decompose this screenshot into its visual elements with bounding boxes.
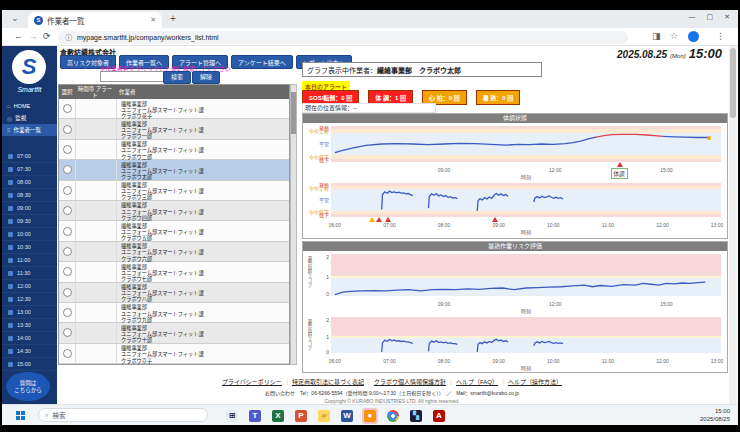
table-row[interactable]: 繊維事業部ユニフォーム部スマートフィット課クラボウ八郎 bbox=[59, 283, 289, 303]
sidebar-timeslot[interactable]: 09:00 bbox=[2, 202, 57, 215]
new-tab-button[interactable]: + bbox=[170, 13, 176, 24]
sidebar-item[interactable]: ⌂HOME bbox=[2, 100, 57, 112]
sidebar-timeslot[interactable]: 12:30 bbox=[2, 293, 57, 306]
bookmark-star-icon[interactable]: ☆ bbox=[670, 31, 678, 41]
sidebar-timeslot[interactable]: 12:00 bbox=[2, 280, 57, 293]
icon-tile: P bbox=[295, 410, 307, 422]
sidebar-timeslot[interactable]: 10:30 bbox=[2, 241, 57, 254]
page-scrollbar-thumb[interactable] bbox=[730, 48, 736, 118]
sidebar-timeslot[interactable]: 07:00 bbox=[2, 150, 57, 163]
table-row[interactable]: 繊維事業部ユニフォーム部スマートフィット課クラボウ七郎 bbox=[59, 262, 289, 282]
address-bar[interactable]: ⓘ mypage.smartfit.jp/company/workers_lis… bbox=[58, 31, 628, 44]
table-row[interactable]: 繊維事業部ユニフォーム部スマートフィット課クラボウ一郎 bbox=[59, 119, 289, 139]
profile-avatar[interactable] bbox=[688, 31, 699, 42]
table-row[interactable]: 繊維事業部ユニフォーム部スマートフィット課クラボウ九郎 bbox=[59, 303, 289, 323]
sidebar-timeslot[interactable]: 14:30 bbox=[2, 345, 57, 358]
footer-links: プライバシーポリシー｜特定商取引法に基づく表記｜クラボウ個人情報保護方針｜ヘルプ… bbox=[57, 377, 727, 386]
radio-cell[interactable] bbox=[59, 283, 75, 302]
file-explorer-icon[interactable]: ▰ bbox=[316, 408, 332, 424]
acrobat-icon[interactable]: A bbox=[431, 408, 447, 424]
tab-search-chevron-icon[interactable]: ⌄ bbox=[11, 13, 19, 23]
sidebar-timeslot[interactable]: 14:00 bbox=[2, 332, 57, 345]
footer-link[interactable]: ヘルプ（FAQ） bbox=[456, 379, 498, 385]
footer-link[interactable]: 特定商取引法に基づく表記 bbox=[292, 379, 364, 385]
sidebar-timeslot[interactable]: 11:00 bbox=[2, 254, 57, 267]
alert-cell bbox=[75, 221, 117, 240]
sidebar-timeslot[interactable]: 11:30 bbox=[2, 267, 57, 280]
site-info-icon[interactable]: ⓘ bbox=[65, 32, 72, 42]
forward-icon[interactable]: → bbox=[29, 31, 38, 41]
radio-cell[interactable] bbox=[59, 99, 75, 118]
sidebar-timeslot[interactable]: 13:30 bbox=[2, 319, 57, 332]
footer-link[interactable]: クラボウ個人情報保護方針 bbox=[374, 379, 446, 385]
icon-tile: ⊞ bbox=[226, 410, 238, 422]
worker-search-input[interactable] bbox=[100, 71, 164, 82]
radio-cell[interactable] bbox=[59, 303, 75, 322]
taskbar-clock[interactable]: 15:00 2025/08/25 bbox=[700, 408, 730, 423]
sidebar-timeslot[interactable]: 08:00 bbox=[2, 176, 57, 189]
table-row[interactable]: 繊維事業部ユニフォーム部スマートフィット課クラボウ六郎 bbox=[59, 242, 289, 262]
clear-button[interactable]: 解除 bbox=[192, 71, 220, 84]
store-icon[interactable]: ▚ bbox=[408, 408, 424, 424]
reload-icon[interactable]: ⟳ bbox=[43, 31, 51, 41]
close-icon[interactable]: ✕ bbox=[724, 13, 730, 21]
table-row[interactable]: 繊維事業部ユニフォーム部スマートフィット課クラボウ京子 bbox=[59, 344, 289, 364]
word-icon[interactable]: W bbox=[339, 408, 355, 424]
chart-y-axis: 発熱やや上昇平常やや低下低下 bbox=[305, 183, 331, 217]
chrome-icon[interactable] bbox=[385, 408, 401, 424]
sidebar-timeslot[interactable]: 09:30 bbox=[2, 215, 57, 228]
table-row[interactable]: 繊維事業部ユニフォーム部スマートフィット課クラボウ三郎 bbox=[59, 181, 289, 201]
table-row[interactable]: 繊維事業部ユニフォーム部スマートフィット課クラボウ四郎 bbox=[59, 201, 289, 221]
footer-link[interactable]: ヘルプ（操作方法） bbox=[508, 379, 562, 385]
menu-label: 作業者一覧 bbox=[14, 126, 42, 134]
radio-cell[interactable] bbox=[59, 181, 75, 200]
x-axis-title: 時刻 bbox=[521, 173, 531, 180]
radio-cell[interactable] bbox=[59, 201, 75, 220]
task-view-icon[interactable]: ⊞ bbox=[224, 408, 240, 424]
nav-button[interactable]: アンケート結果へ bbox=[231, 55, 293, 69]
clock-icon bbox=[8, 154, 13, 159]
teams-icon[interactable]: T bbox=[247, 408, 263, 424]
browser-tab[interactable]: S 作業者一覧 ✕ bbox=[28, 12, 162, 28]
current-value-dot bbox=[707, 136, 711, 140]
sidebar-timeslot[interactable]: 15:00 bbox=[2, 358, 57, 371]
table-row[interactable]: 繊維事業部ユニフォーム部スマートフィット課クラボウ太郎 bbox=[59, 160, 289, 180]
search-button[interactable]: 検索 bbox=[163, 71, 191, 84]
sidebar-timeslot[interactable]: 07:30 bbox=[2, 163, 57, 176]
sidebar-timeslot[interactable]: 13:00 bbox=[2, 306, 57, 319]
help-bubble-button[interactable]: 質問は こちらから bbox=[6, 372, 50, 401]
tab-close-icon[interactable]: ✕ bbox=[150, 16, 156, 24]
radio-cell[interactable] bbox=[59, 119, 75, 138]
excel-icon[interactable]: X bbox=[270, 408, 286, 424]
worker-name: クラボウ四郎 bbox=[121, 215, 289, 221]
kebab-menu-icon[interactable]: ⋮ bbox=[716, 31, 725, 41]
table-row[interactable]: 繊維事業部ユニフォーム部スマートフィット課クラボウ五郎 bbox=[59, 221, 289, 241]
recorder-icon[interactable]: ● bbox=[362, 408, 378, 424]
sidebar-item[interactable]: ◎監視 bbox=[2, 112, 57, 124]
powerpoint-icon[interactable]: P bbox=[293, 408, 309, 424]
side-panel-icon[interactable]: ◨ bbox=[652, 31, 661, 41]
radio-cell[interactable] bbox=[59, 160, 75, 179]
table-scrollbar-thumb[interactable] bbox=[291, 92, 296, 134]
radio-cell[interactable] bbox=[59, 262, 75, 281]
alert-cell bbox=[75, 323, 117, 342]
footer-link[interactable]: プライバシーポリシー bbox=[222, 379, 282, 385]
maximize-icon[interactable]: ▢ bbox=[707, 13, 714, 21]
alert-count-button[interactable]: 暑 熱：0 回 bbox=[476, 90, 521, 105]
taskbar-search-box[interactable]: ⌕ 検索 bbox=[38, 408, 208, 422]
table-row[interactable]: 繊維事業部ユニフォーム部スマートフィット課クラボウ花子 bbox=[59, 99, 289, 119]
sidebar-timeslot[interactable]: 10:00 bbox=[2, 228, 57, 241]
start-button[interactable] bbox=[16, 411, 25, 420]
radio-cell[interactable] bbox=[59, 221, 75, 240]
radio-cell[interactable] bbox=[59, 140, 75, 159]
sidebar-item[interactable]: ≡作業者一覧 bbox=[2, 124, 57, 136]
radio-cell[interactable] bbox=[59, 242, 75, 261]
alert-cell bbox=[75, 262, 117, 281]
back-icon[interactable]: ← bbox=[14, 31, 23, 41]
minimize-icon[interactable]: — bbox=[689, 13, 696, 21]
sidebar-timeslot[interactable]: 08:30 bbox=[2, 189, 57, 202]
table-row[interactable]: 繊維事業部ユニフォーム部スマートフィット課クラボウ二郎 bbox=[59, 140, 289, 160]
radio-cell[interactable] bbox=[59, 323, 75, 342]
table-row[interactable]: 繊維事業部ユニフォーム部スマートフィット課クラボウ十郎 bbox=[59, 323, 289, 343]
radio-cell[interactable] bbox=[59, 344, 75, 363]
